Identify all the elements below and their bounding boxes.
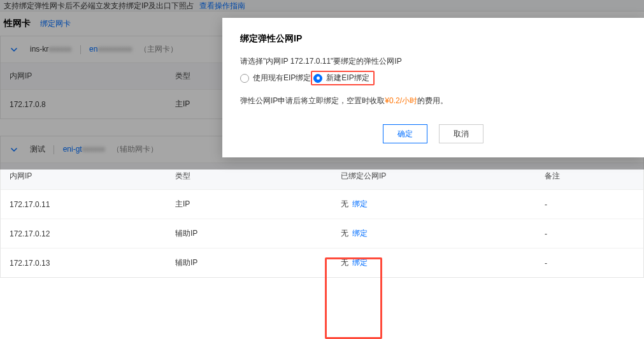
table-row: 172.17.0.13 辅助IP 无绑定 - — [1, 249, 643, 278]
cell-ip: 172.17.0.12 — [1, 219, 166, 249]
cell-eip: 无绑定 — [332, 249, 536, 278]
cell-ip: 172.17.0.11 — [1, 190, 166, 219]
bind-eip-link[interactable]: 绑定 — [352, 199, 368, 208]
bind-eip-modal: 绑定弹性公网IP 请选择"内网IP 172.17.0.11"要绑定的弹性公网IP… — [222, 18, 644, 157]
radio-existing-label: 使用现有EIP绑定 — [253, 73, 311, 83]
cell-note: - — [536, 190, 643, 219]
eip-none: 无 — [341, 229, 348, 238]
cell-type: 主IP — [166, 190, 332, 219]
radio-icon — [240, 74, 249, 83]
cell-note: - — [536, 219, 643, 249]
radio-existing-eip[interactable]: 使用现有EIP绑定 — [240, 73, 311, 83]
ip-table-secondary: 内网IP 类型 已绑定公网IP 备注 172.17.0.11 主IP 无绑定 -… — [1, 163, 643, 277]
eip-none: 无 — [341, 199, 348, 208]
modal-prompt: 请选择"内网IP 172.17.0.11"要绑定的弹性公网IP — [240, 56, 626, 67]
table-row: 172.17.0.11 主IP 无绑定 - — [1, 190, 643, 219]
cell-type: 辅助IP — [166, 249, 332, 278]
cell-ip: 172.17.0.13 — [1, 249, 166, 278]
cancel-button[interactable]: 取消 — [439, 124, 483, 143]
cell-eip: 无绑定 — [332, 219, 536, 249]
fee-note: 弹性公网IP申请后将立即绑定，空置时收取¥0.2/小时的费用。 — [240, 96, 626, 106]
fee-price: ¥0.2/小时 — [385, 96, 417, 105]
modal-actions: 确定 取消 — [240, 124, 626, 143]
cell-note: - — [536, 249, 643, 278]
cell-type: 辅助IP — [166, 219, 332, 249]
radio-icon — [313, 74, 322, 83]
bind-eip-link[interactable]: 绑定 — [352, 229, 368, 238]
radio-new-label: 新建EIP绑定 — [326, 73, 369, 83]
radio-group: 使用现有EIP绑定 新建EIP绑定 — [240, 71, 626, 85]
table-row: 172.17.0.12 辅助IP 无绑定 - — [1, 219, 643, 249]
confirm-button[interactable]: 确定 — [383, 124, 427, 143]
radio-new-eip[interactable]: 新建EIP绑定 — [313, 73, 369, 83]
cell-eip: 无绑定 — [332, 190, 536, 219]
eip-none: 无 — [341, 258, 348, 267]
bind-eip-link[interactable]: 绑定 — [352, 258, 368, 267]
highlight-radio-new: 新建EIP绑定 — [311, 71, 374, 85]
modal-title: 绑定弹性公网IP — [240, 33, 626, 45]
